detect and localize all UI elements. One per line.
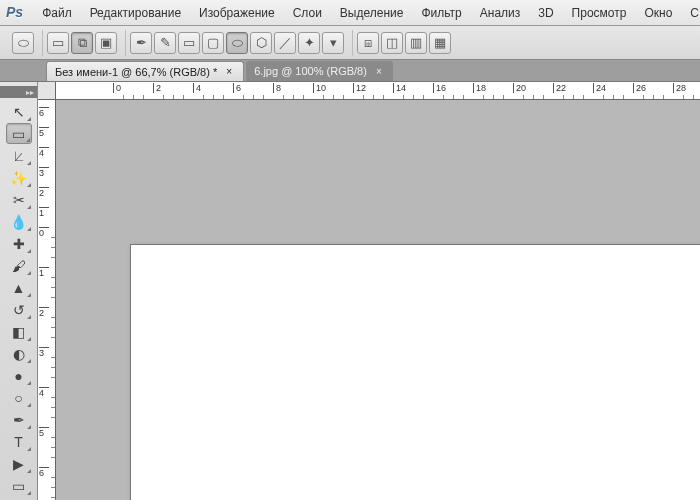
freeform-pen-icon[interactable]: ✎	[154, 32, 176, 54]
menu-item[interactable]: Фильтр	[412, 6, 470, 20]
lasso-tool-icon[interactable]: ⟀	[6, 145, 32, 166]
document-tab-label: Без имени-1 @ 66,7% (RGB/8) *	[55, 66, 217, 78]
ellipse-icon[interactable]: ⬭	[12, 32, 34, 54]
canvas-area[interactable]: 024681012141618202224262830 654321012345…	[38, 82, 700, 500]
pen-icon[interactable]: ✒	[130, 32, 152, 54]
close-icon[interactable]: ×	[373, 65, 385, 77]
ruler-vertical[interactable]: 6543210123456	[38, 100, 56, 500]
menu-item[interactable]: Просмотр	[563, 6, 636, 20]
ruler-tick: 16	[433, 83, 446, 93]
align-more-icon[interactable]: ▦	[429, 32, 451, 54]
ruler-horizontal[interactable]: 024681012141618202224262830	[56, 82, 700, 100]
eraser-tool-icon[interactable]: ◧	[6, 321, 32, 342]
magic-wand-tool-icon[interactable]: ✨	[6, 167, 32, 188]
align-left-icon[interactable]: ⧆	[357, 32, 379, 54]
rectangle-tool-icon[interactable]: ▭	[6, 475, 32, 496]
new-selection-icon[interactable]: ▭	[47, 32, 69, 54]
ruler-tick: 18	[473, 83, 486, 93]
tools-panel-grip[interactable]: ▸▸	[0, 86, 37, 98]
subtract-selection-icon[interactable]: ▣	[95, 32, 117, 54]
menu-item[interactable]: Изображение	[190, 6, 284, 20]
path-select-tool-icon[interactable]: ▶	[6, 453, 32, 474]
crop-tool-icon[interactable]: ✂	[6, 189, 32, 210]
workspace: ▸▸ ↖▭⟀✨✂💧✚🖌▲↺◧◐●○✒T▶▭ 024681012141618202…	[0, 82, 700, 500]
round-rect-icon[interactable]: ▢	[202, 32, 224, 54]
app-logo: Ps	[6, 4, 23, 22]
ruler-tick: 0	[113, 83, 121, 93]
ruler-tick: 2	[153, 83, 161, 93]
ruler-tick: 4	[39, 387, 49, 398]
ruler-tick: 2	[39, 187, 49, 198]
ruler-tick: 5	[39, 127, 49, 138]
dodge-tool-icon[interactable]: ○	[6, 387, 32, 408]
pen-tool-icon[interactable]: ✒	[6, 409, 32, 430]
ruler-tick: 6	[39, 107, 49, 118]
document-tab-bar: Без имени-1 @ 66,7% (RGB/8) *×6.jpg @ 10…	[0, 60, 700, 82]
ruler-tick: 4	[193, 83, 201, 93]
move-tool-icon[interactable]: ↖	[6, 101, 32, 122]
tools-panel: ▸▸ ↖▭⟀✨✂💧✚🖌▲↺◧◐●○✒T▶▭	[0, 82, 38, 500]
menu-item[interactable]: Выделение	[331, 6, 413, 20]
dropdown-icon[interactable]: ▾	[322, 32, 344, 54]
ruler-tick: 26	[633, 83, 646, 93]
polygon-icon[interactable]: ⬡	[250, 32, 272, 54]
rect-icon[interactable]: ▭	[178, 32, 200, 54]
ellipse-shape-icon[interactable]: ⬭	[226, 32, 248, 54]
document-tab[interactable]: 6.jpg @ 100% (RGB/8)×	[246, 61, 393, 81]
eyedropper-tool-icon[interactable]: 💧	[6, 211, 32, 232]
ruler-tick: 3	[39, 167, 49, 178]
ruler-tick: 4	[39, 147, 49, 158]
document-tab-label: 6.jpg @ 100% (RGB/8)	[254, 65, 367, 77]
menu-item[interactable]: Анализ	[471, 6, 530, 20]
document-canvas[interactable]	[131, 245, 700, 500]
custom-shape-icon[interactable]: ✦	[298, 32, 320, 54]
close-icon[interactable]: ×	[223, 66, 235, 78]
menu-item[interactable]: С	[681, 6, 700, 20]
ruler-tick: 6	[39, 467, 49, 478]
add-selection-icon[interactable]: ⧉	[71, 32, 93, 54]
document-tab[interactable]: Без имени-1 @ 66,7% (RGB/8) *×	[46, 61, 244, 81]
brush-tool-icon[interactable]: 🖌	[6, 255, 32, 276]
ruler-origin[interactable]	[38, 82, 56, 100]
ruler-tick: 8	[273, 83, 281, 93]
options-group-shape-tools: ✒✎▭▢⬭⬡／✦▾	[125, 30, 348, 56]
align-center-icon[interactable]: ◫	[381, 32, 403, 54]
marquee-tool-icon[interactable]: ▭	[6, 123, 32, 144]
ruler-tick: 5	[39, 427, 49, 438]
line-icon[interactable]: ／	[274, 32, 296, 54]
options-bar: ⬭▭⧉▣✒✎▭▢⬭⬡／✦▾⧆◫▥▦	[0, 26, 700, 60]
ruler-tick: 3	[39, 347, 49, 358]
type-tool-icon[interactable]: T	[6, 431, 32, 452]
options-group-selection-mode: ▭⧉▣	[42, 30, 121, 56]
ruler-tick: 24	[593, 83, 606, 93]
stamp-tool-icon[interactable]: ▲	[6, 277, 32, 298]
options-group-shape-preset: ⬭	[8, 30, 38, 56]
menu-item[interactable]: Редактирование	[81, 6, 190, 20]
ruler-tick: 10	[313, 83, 326, 93]
healing-brush-tool-icon[interactable]: ✚	[6, 233, 32, 254]
ruler-tick: 6	[233, 83, 241, 93]
ruler-tick: 14	[393, 83, 406, 93]
ruler-tick: 20	[513, 83, 526, 93]
align-right-icon[interactable]: ▥	[405, 32, 427, 54]
menu-bar: Ps ФайлРедактированиеИзображениеСлоиВыде…	[0, 0, 700, 26]
blur-tool-icon[interactable]: ●	[6, 365, 32, 386]
menu-item[interactable]: Окно	[635, 6, 681, 20]
menu-item[interactable]: 3D	[529, 6, 562, 20]
ruler-tick: 12	[353, 83, 366, 93]
ruler-tick: 2	[39, 307, 49, 318]
gradient-tool-icon[interactable]: ◐	[6, 343, 32, 364]
options-group-align: ⧆◫▥▦	[352, 30, 455, 56]
ruler-tick: 1	[39, 207, 49, 218]
menu-item[interactable]: Файл	[33, 6, 81, 20]
ruler-tick: 22	[553, 83, 566, 93]
ruler-tick: 1	[39, 267, 49, 278]
history-brush-tool-icon[interactable]: ↺	[6, 299, 32, 320]
menu-item[interactable]: Слои	[284, 6, 331, 20]
ruler-tick: 28	[673, 83, 686, 93]
ruler-tick: 0	[39, 227, 49, 238]
